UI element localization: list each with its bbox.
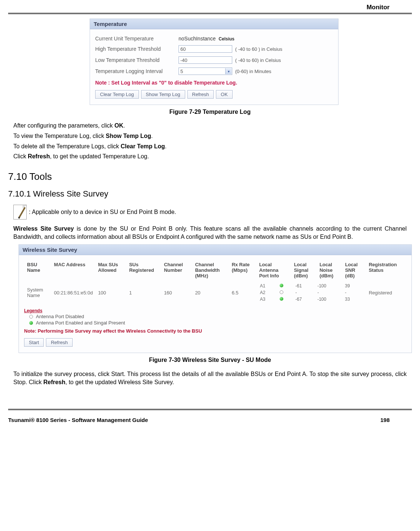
col-registration-status: Registration Status [367, 260, 406, 280]
ok-button[interactable]: OK [216, 90, 233, 99]
wss-note: Note: Performing Site Survey may effect … [24, 328, 406, 334]
wss-refresh-button[interactable]: Refresh [46, 338, 73, 347]
cell-sus-registered: 1 [127, 281, 161, 304]
logging-interval-row: Temperature Logging Interval 5 ▾ (0-60) … [95, 66, 333, 77]
page-header-title: Monitor [8, 4, 412, 11]
low-threshold-row: Low Temperature Threshold ( -40 to 60) i… [95, 55, 333, 66]
current-temp-unit: Celsius [219, 36, 234, 42]
legends-title: Legends [24, 308, 406, 313]
col-local-snr: Local SNR (dB) [343, 260, 366, 280]
legend-disabled: Antenna Port Disabled [24, 313, 406, 320]
figure-caption-7-29: Figure 7-29 Temperature Log [8, 109, 412, 115]
antenna-status-icon [280, 284, 283, 287]
col-rx-rate: Rx Rate (Mbps) [230, 260, 256, 280]
figure-caption-7-30: Figure 7-30 Wireless Site Survey - SU Mo… [8, 357, 412, 363]
logging-interval-label: Temperature Logging Interval [95, 68, 179, 74]
antenna-enabled-icon [29, 321, 33, 325]
wss-panel-title: Wireless Site Survey [19, 245, 411, 255]
temperature-panel: Temperature Current Unit Temperature noS… [90, 19, 339, 105]
para-config-ok: After configuring the parameters, click … [13, 122, 412, 130]
wss-table-row: System Name 00:21:86:51:e5:0d 100 1 160 … [25, 281, 406, 304]
header-rule [8, 13, 412, 14]
para-initialize-survey: To initialize the survey process, click … [13, 370, 407, 386]
current-temp-value-text: noSuchInstance [179, 36, 216, 42]
logging-interval-value: 5 [180, 69, 183, 74]
wss-table-header: BSU Name MAC Address Max SUs Allowed SUs… [25, 260, 406, 280]
heading-wireless-site-survey: 7.10.1 Wireless Site Survey [0, 189, 412, 199]
antenna-status-icon [280, 290, 283, 294]
para-refresh-log: Click Refresh, to get the updated Temper… [13, 153, 412, 161]
logging-interval-select[interactable]: 5 ▾ [179, 67, 232, 75]
col-channel-number: Channel Number [162, 260, 192, 280]
footer-doc-title: Tsunami® 8100 Series - Software Manageme… [8, 417, 148, 423]
current-temp-row: Current Unit Temperature noSuchInstance … [95, 34, 333, 43]
clear-temp-log-button[interactable]: Clear Temp Log [95, 90, 139, 99]
note-icon [13, 205, 27, 220]
show-temp-log-button[interactable]: Show Temp Log [141, 90, 185, 99]
footer-page-number: 198 [380, 417, 390, 423]
logging-interval-hint: (0-60) in Minutes [235, 69, 271, 74]
col-local-signal: Local Signal (dBm) [292, 260, 317, 280]
footer-rule [8, 409, 412, 410]
cell-registration-status: Registered [367, 281, 406, 304]
col-sus-registered: SUs Registered [127, 260, 161, 280]
current-temp-label: Current Unit Temperature [95, 36, 179, 42]
note-applicable-text: : Applicable only to a device in SU or E… [29, 209, 176, 215]
temperature-panel-title: Temperature [90, 19, 338, 29]
col-antenna-port-info: Local Antenna Port Info [257, 260, 291, 280]
wss-table: BSU Name MAC Address Max SUs Allowed SUs… [24, 260, 406, 305]
antenna-row-a3: A3 -67 -100 33 [260, 296, 363, 302]
antenna-row-a1: A1 -61 -100 39 [260, 283, 363, 289]
high-threshold-row: High Temperature Threshold ( -40 to 60 )… [95, 43, 333, 55]
cell-mac: 00:21:86:51:e5:0d [52, 281, 95, 304]
current-temp-value: noSuchInstance Celsius [179, 36, 234, 42]
chevron-down-icon: ▾ [225, 68, 231, 74]
legend-enabled: Antenna Port Enabled and Singal Present [24, 320, 406, 326]
col-local-noise: Local Noise (dBm) [317, 260, 342, 280]
wss-description: Wireless Site Survey is done by the SU o… [13, 225, 407, 241]
para-view-log: To view the Temperature Log, click Show … [13, 132, 412, 140]
low-threshold-hint: ( -40 to 60) in Celsius [235, 57, 281, 63]
low-threshold-label: Low Temperature Threshold [95, 57, 179, 63]
temp-note: Note : Set Log Interval as "0" to disabl… [95, 80, 333, 86]
cell-rx-rate: 6.5 [230, 281, 256, 304]
col-max-sus: Max SUs Allowed [96, 260, 126, 280]
cell-antenna-block: A1 -61 -100 39 A2 - - - [257, 281, 366, 304]
col-bsu-name: BSU Name [25, 260, 51, 280]
col-channel-bandwidth: Channel Bandwidth (MHz) [193, 260, 229, 280]
wireless-site-survey-panel: Wireless Site Survey BSU Name MAC Addres… [19, 244, 412, 353]
cell-max-sus: 100 [96, 281, 126, 304]
cell-channel-number: 160 [162, 281, 192, 304]
note-applicable-wrap: : Applicable only to a device in SU or E… [13, 205, 412, 220]
col-mac: MAC Address [52, 260, 95, 280]
high-threshold-label: High Temperature Threshold [95, 46, 179, 52]
refresh-button[interactable]: Refresh [187, 90, 214, 99]
high-threshold-hint: ( -40 to 60 ) in Celsius [235, 46, 282, 52]
high-threshold-input[interactable] [179, 45, 232, 53]
start-button[interactable]: Start [24, 338, 44, 347]
antenna-row-a2: A2 - - - [260, 290, 363, 296]
cell-bsu-name: System Name [25, 281, 51, 304]
antenna-status-icon [280, 297, 283, 301]
cell-channel-bandwidth: 20 [193, 281, 229, 304]
low-threshold-input[interactable] [179, 56, 232, 64]
heading-tools: 7.10 Tools [0, 171, 412, 182]
antenna-disabled-icon [29, 315, 33, 319]
para-delete-log: To delete all the Temperature Logs, clic… [13, 143, 412, 151]
